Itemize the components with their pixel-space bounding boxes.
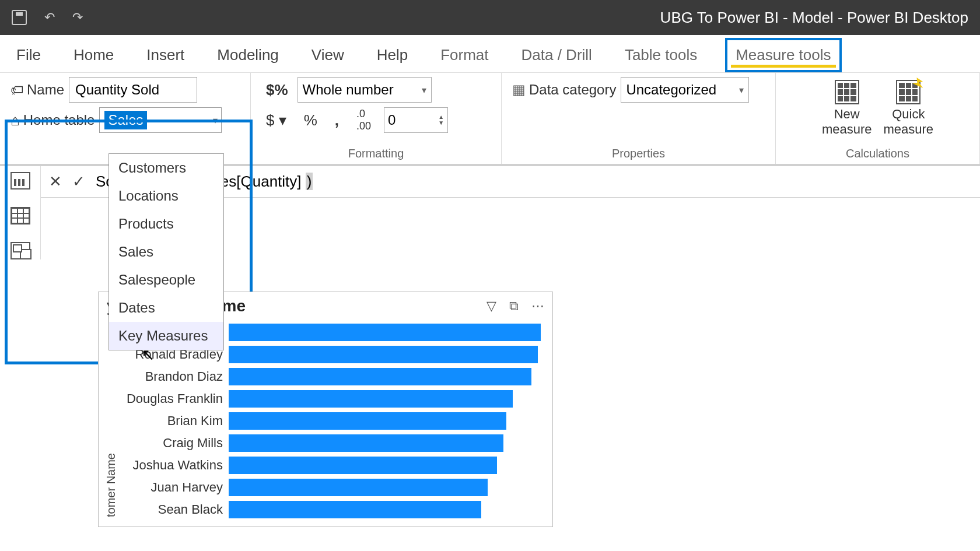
comma-format-button[interactable]: , bbox=[330, 109, 344, 132]
tab-insert[interactable]: Insert bbox=[142, 38, 189, 72]
dropdown-item[interactable]: Key Measures bbox=[109, 322, 223, 350]
dropdown-item[interactable]: Dates bbox=[109, 294, 223, 322]
chevron-down-icon[interactable]: ▼ bbox=[438, 120, 444, 126]
new-measure-button[interactable]: Newmeasure bbox=[822, 80, 872, 137]
bar-row: Douglas Franklin bbox=[118, 388, 541, 410]
dropdown-item[interactable]: Salespeople bbox=[109, 266, 223, 294]
home-table-dropdown-list[interactable]: Customers Locations Products Sales Sales… bbox=[108, 153, 224, 350]
filter-icon[interactable]: ▽ bbox=[487, 299, 496, 314]
view-switcher bbox=[0, 166, 41, 259]
model-view-icon[interactable] bbox=[10, 242, 30, 259]
bar-fill[interactable] bbox=[229, 412, 506, 430]
category-icon bbox=[512, 82, 526, 98]
bar-row: Joshua Watkins bbox=[118, 454, 541, 476]
bar-fill[interactable] bbox=[229, 501, 481, 518]
more-options-icon[interactable]: ⋯ bbox=[531, 299, 544, 314]
format-type-select[interactable]: Whole number▾ bbox=[298, 77, 432, 103]
chevron-down-icon: ▾ bbox=[213, 115, 218, 126]
group-label-properties: Properties bbox=[512, 147, 765, 162]
bar-fill[interactable] bbox=[229, 368, 531, 385]
chevron-down-icon: ▾ bbox=[739, 85, 744, 96]
focus-mode-icon[interactable]: ⧉ bbox=[509, 299, 519, 314]
window-title: UBG To Power BI - Model - Power BI Deskt… bbox=[660, 9, 968, 27]
decimals-stepper[interactable]: 0 ▲▼ bbox=[384, 107, 448, 133]
tab-format[interactable]: Format bbox=[436, 38, 493, 72]
commit-formula-icon[interactable]: ✓ bbox=[72, 173, 85, 191]
bar-fill[interactable] bbox=[229, 390, 513, 408]
bar-label: Brandon Diaz bbox=[118, 369, 229, 384]
dropdown-item[interactable]: Locations bbox=[109, 182, 223, 210]
bar-row: Juan Harvey bbox=[118, 476, 541, 499]
bar-row: Brian Kim bbox=[118, 410, 541, 432]
ribbon-group-properties: Data category Uncategorized▾ Properties bbox=[502, 73, 776, 164]
home-table-select[interactable]: Sales ▾ bbox=[99, 107, 222, 133]
percent-format-button[interactable]: % bbox=[299, 109, 322, 132]
data-category-label: Data category bbox=[512, 82, 616, 98]
bar-label: Joshua Watkins bbox=[118, 458, 229, 473]
y-axis-title: tomer Name bbox=[104, 450, 118, 521]
data-view-icon[interactable] bbox=[10, 207, 30, 224]
ribbon-body: Name Home table Sales ▾ $% Whole number▾ bbox=[0, 73, 980, 166]
undo-icon[interactable]: ↶ bbox=[44, 10, 55, 25]
bar-fill[interactable] bbox=[229, 479, 488, 496]
bar-label: Sean Black bbox=[118, 502, 229, 517]
tab-data-drill[interactable]: Data / Drill bbox=[517, 38, 597, 72]
format-type-icon: $% bbox=[261, 79, 293, 101]
save-icon[interactable] bbox=[12, 10, 27, 25]
report-view-icon[interactable] bbox=[10, 172, 30, 189]
bar-row: Brandon Diaz bbox=[118, 366, 541, 388]
tab-modeling[interactable]: Modeling bbox=[212, 38, 284, 72]
bar-fill[interactable] bbox=[229, 324, 541, 341]
redo-icon[interactable]: ↷ bbox=[72, 10, 83, 25]
ribbon-group-calculations: Newmeasure Quickmeasure Calculations bbox=[776, 73, 980, 164]
tab-table-tools[interactable]: Table tools bbox=[620, 38, 702, 72]
tab-help[interactable]: Help bbox=[372, 38, 412, 72]
dropdown-item[interactable]: Products bbox=[109, 210, 223, 238]
calculator-icon bbox=[835, 80, 859, 104]
tab-home[interactable]: Home bbox=[69, 38, 118, 72]
tab-view[interactable]: View bbox=[307, 38, 349, 72]
bar-fill[interactable] bbox=[229, 457, 497, 474]
chevron-down-icon: ▾ bbox=[422, 85, 426, 96]
bar-label: Brian Kim bbox=[118, 413, 229, 429]
data-category-select[interactable]: Uncategorized▾ bbox=[621, 77, 749, 103]
home-icon bbox=[10, 111, 20, 129]
home-table-value: Sales bbox=[104, 111, 146, 129]
name-label: Name bbox=[10, 82, 64, 98]
group-label-calculations: Calculations bbox=[786, 147, 969, 162]
tag-icon bbox=[10, 82, 23, 98]
ribbon-group-formatting: $% Whole number▾ $ ▾ % , .0.00 0 ▲▼ Form… bbox=[251, 73, 502, 164]
dropdown-item[interactable]: Customers bbox=[109, 154, 223, 182]
home-table-label: Home table bbox=[10, 111, 94, 129]
bar-fill[interactable] bbox=[229, 346, 538, 363]
bar-label: Douglas Franklin bbox=[118, 391, 229, 406]
titlebar: ↶ ↷ UBG To Power BI - Model - Power BI D… bbox=[0, 0, 980, 35]
bar-row: Sean Black bbox=[118, 499, 541, 521]
calculator-quick-icon bbox=[896, 80, 921, 104]
bar-label: Juan Harvey bbox=[118, 480, 229, 495]
name-input[interactable] bbox=[69, 77, 197, 103]
ribbon-group-structure: Name Home table Sales ▾ bbox=[0, 73, 251, 164]
bar-fill[interactable] bbox=[229, 434, 503, 452]
tab-file[interactable]: File bbox=[12, 38, 46, 72]
bar-label: Craig Mills bbox=[118, 436, 229, 451]
dropdown-item[interactable]: Sales bbox=[109, 238, 223, 266]
quick-measure-button[interactable]: Quickmeasure bbox=[884, 80, 934, 137]
tab-measure-tools[interactable]: Measure tools bbox=[725, 38, 841, 72]
group-label-formatting: Formatting bbox=[261, 147, 491, 162]
currency-format-button[interactable]: $ ▾ bbox=[261, 109, 291, 132]
bar-row: Craig Mills bbox=[118, 432, 541, 454]
bar-chart: …ghtRonald BradleyBrandon DiazDouglas Fr… bbox=[118, 321, 541, 521]
decimal-format-button[interactable]: .0.00 bbox=[352, 106, 376, 135]
ribbon-tabs: File Home Insert Modeling View Help Form… bbox=[0, 35, 980, 73]
cancel-formula-icon[interactable]: ✕ bbox=[49, 173, 62, 191]
